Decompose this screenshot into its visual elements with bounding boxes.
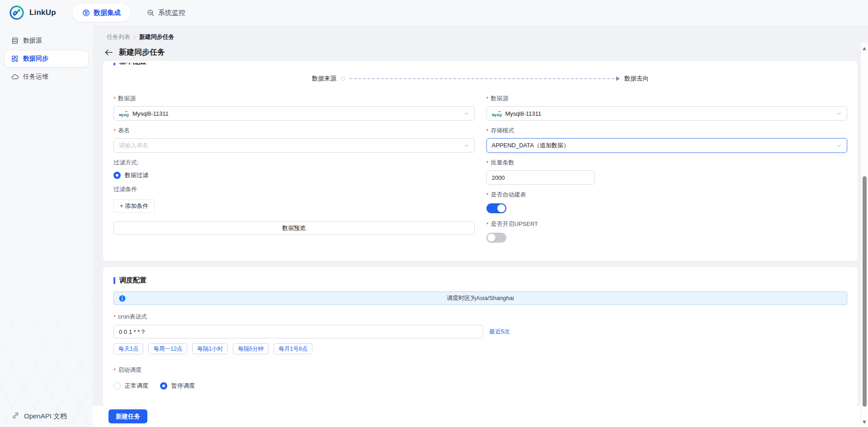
auto-create-table-label: 是否自动建表	[486, 191, 848, 199]
batch-size-input[interactable]	[486, 170, 594, 185]
schedule-section-title: 调度配置	[119, 276, 146, 285]
mysql-icon: MySQL	[119, 110, 129, 117]
table-name-label: 表名	[113, 127, 475, 135]
normal-schedule-option[interactable]: 正常调度	[113, 382, 148, 390]
target-column: 数据源 MySQL Mysql8-11311 存储模式 APPEND_DATA（…	[486, 94, 848, 243]
filter-mode-label: 过滤方式:	[113, 159, 475, 167]
stepper-dashed-line	[349, 78, 614, 79]
source-datasource-value: Mysql8-11311	[132, 110, 460, 117]
normal-schedule-radio[interactable]	[113, 382, 121, 389]
tab-system-monitor[interactable]: 系统监控	[137, 4, 195, 22]
upsert-toggle[interactable]	[486, 233, 506, 243]
cron-preset-chip[interactable]: 每隔5分钟	[233, 343, 269, 354]
target-datasource-value: Mysql8-11311	[505, 110, 833, 117]
back-arrow-icon[interactable]	[104, 49, 113, 56]
cron-expression-label: cron表达式	[113, 313, 847, 321]
filter-condition-label: 过滤条件	[113, 185, 475, 193]
brand-logo[interactable]: LinkUp	[0, 5, 72, 20]
target-datasource-select[interactable]: MySQL Mysql8-11311	[486, 106, 848, 121]
sidebar-item-datasync[interactable]: 数据同步	[5, 51, 88, 67]
tab-data-integration[interactable]: 数据集成	[72, 4, 131, 22]
mysql-icon: MySQL	[492, 110, 502, 117]
data-preview-button[interactable]: 数据预览	[113, 221, 475, 235]
cron-preset-chip[interactable]: 每周一12点	[148, 343, 187, 354]
timezone-info-banner: 调度时区为Asia/Shanghai	[113, 291, 847, 305]
blocks-icon	[11, 55, 19, 62]
bottom-action-bar: 新建任务	[93, 406, 868, 427]
upsert-label: 是否开启UPSERT	[486, 220, 848, 228]
link-icon	[12, 412, 19, 421]
add-condition-button[interactable]: + 添加条件	[113, 199, 155, 213]
vertical-scrollbar[interactable]	[860, 43, 868, 427]
system-monitor-icon	[147, 9, 155, 17]
storage-mode-select[interactable]: APPEND_DATA（追加数据）	[486, 138, 848, 153]
chevron-down-icon	[464, 111, 469, 116]
openapi-docs-link[interactable]: OpenAPI 文档	[12, 412, 67, 421]
svg-text:MySQL: MySQL	[492, 113, 502, 117]
stepper-source-label: 数据来源	[312, 75, 336, 83]
openapi-docs-label: OpenAPI 文档	[24, 412, 67, 421]
create-task-button[interactable]: 新建任务	[108, 409, 147, 423]
cron-preset-chip[interactable]: 每月1号8点	[274, 343, 312, 354]
clipped-section-header: 基本配置	[113, 63, 847, 67]
section-accent-bar	[113, 277, 115, 284]
source-datasource-label: 数据源	[113, 94, 475, 103]
source-target-stepper: 数据来源 数据去向	[103, 75, 858, 83]
toggle-knob	[497, 204, 505, 212]
toggle-knob	[487, 234, 495, 242]
schedule-config-card: 调度配置 调度时区为Asia/Shanghai cron表达式 最近5次 每天1…	[103, 267, 858, 406]
stepper-circle-icon	[341, 77, 345, 81]
scrollbar-thumb[interactable]	[863, 176, 867, 407]
scroll-up-arrow[interactable]	[863, 47, 866, 50]
pause-schedule-label: 暂停调度	[171, 382, 195, 390]
target-datasource-label: 数据源	[486, 94, 848, 103]
stepper-arrow-icon	[616, 76, 620, 81]
page-title: 新建同步任务	[119, 47, 165, 57]
data-filter-radio[interactable]	[113, 172, 121, 179]
breadcrumb-task-list[interactable]: 任务列表	[107, 33, 130, 41]
info-icon	[119, 295, 126, 302]
sidebar-item-task-ops[interactable]: 任务运维	[5, 69, 88, 85]
chevron-down-icon	[836, 111, 842, 116]
start-schedule-radio-group: 正常调度 暂停调度	[113, 382, 847, 390]
breadcrumb: 任务列表 / 新建同步任务	[93, 25, 868, 41]
database-icon	[11, 37, 19, 44]
top-bar: LinkUp 数据集成 系统监控	[0, 0, 868, 25]
section-accent-bar	[113, 63, 115, 66]
pause-schedule-option[interactable]: 暂停调度	[160, 382, 195, 390]
sidebar: 数据源 数据同步 任务运维	[0, 25, 93, 427]
cron-preset-row: 每天1点 每周一12点 每隔1小时 每隔5分钟 每月1号8点	[113, 343, 847, 354]
cron-preset-chip[interactable]: 每隔1小时	[192, 343, 228, 354]
source-datasource-select[interactable]: MySQL Mysql8-11311	[113, 106, 475, 121]
timezone-banner-text: 调度时区为Asia/Shanghai	[447, 294, 514, 302]
recent-runs-link[interactable]: 最近5次	[489, 328, 510, 336]
sync-config-card: 基本配置 数据来源 数据去向 数据源 MySQL Mysql8-11311	[103, 61, 858, 261]
table-name-select[interactable]: 请输入表名	[113, 138, 475, 153]
tab-label: 数据集成	[94, 9, 121, 17]
sidebar-item-label: 数据同步	[23, 55, 48, 63]
table-name-placeholder: 请输入表名	[119, 141, 460, 150]
clipped-section-title: 基本配置	[119, 63, 146, 66]
normal-schedule-label: 正常调度	[125, 382, 148, 390]
storage-mode-label: 存储模式	[486, 127, 848, 135]
brand-name: LinkUp	[29, 8, 56, 17]
sidebar-item-label: 任务运维	[23, 73, 48, 81]
data-filter-radio-label: 数据过滤	[125, 171, 148, 179]
source-column: 数据源 MySQL Mysql8-11311 表名 请输入表名	[113, 94, 475, 243]
cron-expression-input[interactable]	[113, 325, 483, 338]
auto-create-table-toggle[interactable]	[486, 203, 506, 213]
data-integration-icon	[82, 9, 90, 17]
pause-schedule-radio[interactable]	[160, 382, 167, 389]
stepper-target-label: 数据去向	[624, 75, 649, 83]
breadcrumb-separator: /	[134, 34, 136, 41]
main-content: 任务列表 / 新建同步任务 新建同步任务 基本配置 数据来源 数据去向	[93, 25, 868, 427]
filter-mode-radio-row: 数据过滤	[113, 171, 475, 179]
scroll-down-arrow[interactable]	[863, 421, 866, 424]
storage-mode-value: APPEND_DATA（追加数据）	[492, 141, 833, 150]
cron-preset-chip[interactable]: 每天1点	[113, 343, 143, 354]
svg-text:MySQL: MySQL	[119, 113, 129, 117]
batch-size-label: 批量条数	[486, 159, 848, 167]
cloud-icon	[11, 73, 19, 80]
start-schedule-label: 启动调度	[113, 366, 847, 374]
sidebar-item-datasource[interactable]: 数据源	[5, 33, 88, 49]
